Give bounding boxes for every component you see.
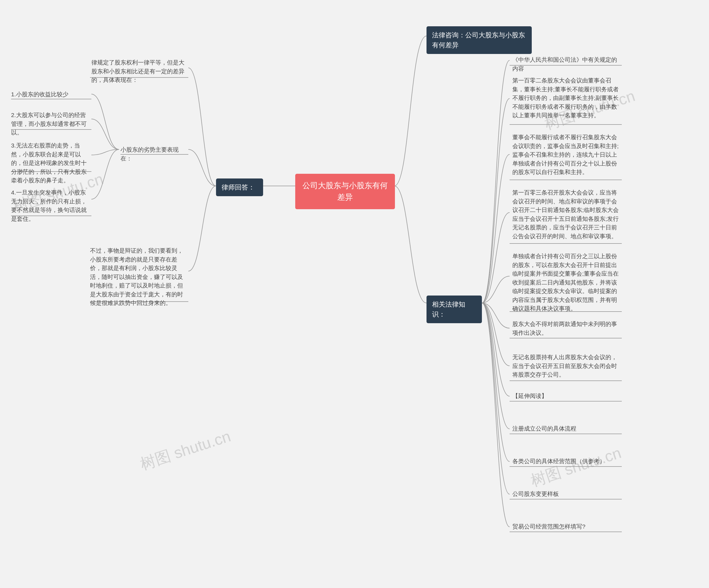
legal-leaf-8[interactable]: 注册成立公司的具体流程 bbox=[513, 424, 621, 433]
legal-leaf-9[interactable]: 各类公司的具体经营范围（供参考） bbox=[513, 457, 621, 466]
disadv-sub-4[interactable]: 4.一旦发生突发事件，小股东无力回天，所作的只有止损，要不然就是等待，换句话说就… bbox=[11, 188, 91, 223]
lawyer-leaf-disadv[interactable]: 小股东的劣势主要表现在： bbox=[121, 145, 188, 163]
root-node[interactable]: 公司大股东与小股东有何差异 bbox=[295, 174, 395, 209]
legal-leaf-3[interactable]: 第一百零三条召开股东大会会议，应当将会议召开的时间、地点和审议的事项于会议召开二… bbox=[513, 188, 621, 241]
branch-lawyer-answer[interactable]: 律师回答： bbox=[216, 178, 263, 196]
watermark: 树图 shutu.cn bbox=[138, 426, 234, 475]
legal-leaf-6[interactable]: 无记名股票持有人出席股东大会会议的，应当于会议召开五日前至股东大会闭会时将股票交… bbox=[513, 353, 621, 379]
legal-leaf-0[interactable]: 《中华人民共和国公司法》中有关规定的内容 bbox=[513, 55, 621, 73]
legal-leaf-4[interactable]: 单独或者合计持有公司百分之三以上股份的股东，可以在股东大会召开十日前提出临时提案… bbox=[513, 252, 621, 313]
watermark: 树图 shutu.cn bbox=[528, 443, 624, 492]
branch-legal-knowledge[interactable]: 相关法律知识： bbox=[426, 296, 482, 323]
legal-leaf-11[interactable]: 贸易公司经营范围怎样填写? bbox=[513, 522, 621, 531]
branch-consult[interactable]: 法律咨询：公司大股东与小股东有何差异 bbox=[426, 26, 532, 54]
disadv-sub-3[interactable]: 3.无法左右股票的走势，当然，小股东联合起来是可以的，但是这种现象的发生时十分渺… bbox=[11, 141, 91, 185]
legal-leaf-5[interactable]: 股东大会不得对前两款通知中未列明的事项作出决议。 bbox=[513, 319, 621, 337]
legal-leaf-7[interactable]: 【延伸阅读】 bbox=[513, 392, 621, 400]
lawyer-leaf-dialectic[interactable]: 不过，事物是辩证的，我们要看到，小股东所要考虑的就是只要存在差价，那就是有利润，… bbox=[90, 246, 188, 307]
legal-leaf-1[interactable]: 第一百零二条股东大会会议由董事会召集，董事长主持;董事长不能履行职务或者不履行职… bbox=[513, 76, 621, 120]
disadv-sub-2[interactable]: 2.大股东可以参与公司的经营管理，而小股东却通常都不可以。 bbox=[11, 111, 91, 137]
legal-leaf-10[interactable]: 公司股东变更样板 bbox=[513, 489, 621, 498]
disadv-sub-1[interactable]: 1.小股东的收益比较少 bbox=[11, 90, 91, 99]
legal-leaf-2[interactable]: 董事会不能履行或者不履行召集股东大会会议职责的，监事会应当及时召集和主持;监事会… bbox=[513, 133, 621, 176]
lawyer-leaf-intro[interactable]: 律规定了股东权利一律平等，但是大股东和小股东相比还是有一定的差异的，具体表现在： bbox=[91, 58, 188, 84]
